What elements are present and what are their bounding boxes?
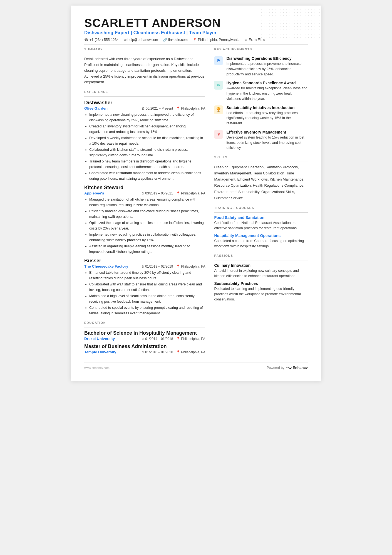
achievement-4: ♥ Effective Inventory Management Develop… [214, 130, 308, 151]
job-3-location: 📍 Philadelphia, PA [176, 265, 205, 268]
calendar-icon-4: 🗓 [141, 337, 144, 341]
training-2-title: Hospitality Management Operations [214, 233, 308, 238]
achievement-4-title: Effective Inventory Management [226, 130, 308, 134]
passion-1-desc: An avid interest in exploring new culina… [214, 268, 308, 279]
achievement-1: ⚑ Dishwashing Operations Efficiency Impl… [214, 56, 308, 77]
achievement-4-desc: Developed system leading to 15% reductio… [226, 135, 308, 151]
phone-icon: ☎ [84, 38, 88, 42]
location-text: Philadelphia, Pennsylvania [198, 38, 239, 42]
list-item: Assisted in organizing deep-cleaning ses… [89, 243, 205, 255]
list-item: Efficiently handled dishware and cookwar… [89, 208, 205, 219]
edu-2-date-loc: 🗓 01/2018 – 01/2020 📍 Philadelphia, PA [141, 350, 205, 354]
job-2-title: Kitchen Steward [84, 185, 205, 191]
edu-1-school: Drexel University [84, 337, 115, 341]
footer-url: www.enhancv.com [84, 366, 110, 369]
contact-linkedin: 🔗 linkedin.com [163, 38, 187, 42]
passions-section-title: PASSIONS [214, 254, 308, 257]
job-1-title: Dishwasher [84, 100, 205, 106]
list-item: Implemented a new cleaning process that … [89, 112, 205, 123]
achievements-section-title: KEY ACHIEVEMENTS [214, 48, 308, 51]
calendar-icon-3: 🗓 [141, 265, 144, 268]
flag-icon: ⚑ [217, 58, 220, 63]
achievement-2-title: Hygiene Standards Excellence Award [226, 81, 308, 85]
job-1: Dishwasher Olive Garden 🗓 06/2021 – Pres… [84, 100, 205, 181]
education-divider [84, 327, 205, 327]
list-item: Optimized the usage of cleaning supplies… [89, 220, 205, 231]
achievement-3-desc: Led efforts introducing new recycling pr… [226, 110, 308, 126]
skills-divider [214, 162, 308, 162]
achievement-1-icon-wrap: ⚑ [214, 56, 223, 65]
edu-2-location: 📍 Philadelphia, PA [176, 350, 205, 354]
achievement-4-icon-wrap: ♥ [214, 130, 223, 139]
training-1-title: Food Safety and Sanitation [214, 215, 308, 220]
job-3: Busser The Cheesecake Factory 🗓 01/2018 … [84, 258, 205, 316]
list-item: Contributed to special events by ensurin… [89, 305, 205, 316]
list-item: Enhanced table turnaround time by 20% by… [89, 270, 205, 281]
achievement-2-content: Hygiene Standards Excellence Award Award… [226, 81, 308, 101]
training-section-title: TRAINING / COURSES [214, 206, 308, 209]
training-2-desc: Completed a course from Coursera focusin… [214, 238, 308, 249]
resume-container: SCARLETT ANDERSON Dishwashing Expert | C… [71, 6, 321, 381]
powered-by-text: Powered by [267, 366, 284, 370]
trophy-icon: 🏆 [216, 107, 221, 112]
star-icon: ☆ [244, 38, 247, 42]
calendar-icon-5: 🗓 [141, 351, 144, 354]
contact-phone: ☎ +1-(234)-555-1234 [84, 38, 119, 42]
job-1-date-loc: 🗓 06/2021 – Present 📍 Philadelphia, PA [142, 107, 205, 110]
job-2-date-loc: 🗓 03/2019 – 05/2021 📍 Philadelphia, PA [141, 191, 205, 195]
education-section-title: EDUCATION [84, 321, 205, 324]
contact-row: ☎ +1-(234)-555-1234 ✉ help@enhancv.com 🔗… [84, 38, 308, 42]
candidate-tagline: Dishwashing Expert | Cleanliness Enthusi… [84, 30, 308, 36]
extra-text: Extra Field [249, 38, 265, 42]
passions-divider [214, 260, 308, 260]
candidate-name: SCARLETT ANDERSON [84, 17, 308, 29]
resume-header: SCARLETT ANDERSON Dishwashing Expert | C… [84, 17, 308, 42]
job-3-title: Busser [84, 258, 205, 264]
skills-text: Cleaning Equipment Operation, Sanitation… [214, 164, 308, 201]
calendar-icon-1: 🗓 [142, 107, 145, 110]
job-2: Kitchen Steward Applebee's 🗓 03/2019 – 0… [84, 185, 205, 255]
left-column: SUMMARY Detail-oriented with over three … [84, 48, 205, 354]
job-2-meta: Applebee's 🗓 03/2019 – 05/2021 📍 Philade… [84, 191, 205, 195]
email-text: help@enhancv.com [128, 38, 158, 42]
list-item: Managed the sanitation of all kitchen ar… [89, 197, 205, 208]
pin-icon-1: 📍 [176, 107, 180, 110]
linkedin-icon: 🔗 [163, 38, 167, 42]
pin-icon-5: 📍 [176, 350, 180, 354]
edu-1-location: 📍 Philadelphia, PA [176, 337, 205, 341]
summary-section-title: SUMMARY [84, 48, 205, 51]
heart-icon: ♥ [217, 132, 220, 137]
resume-footer: www.enhancv.com Powered by Enhancv [84, 362, 308, 370]
achievement-1-title: Dishwashing Operations Efficiency [226, 56, 308, 61]
list-item: Maintained a high level of cleanliness i… [89, 293, 205, 304]
contact-email: ✉ help@enhancv.com [124, 38, 158, 42]
passion-1: Culinary Innovation An avid interest in … [214, 263, 308, 279]
edu-2-school: Temple University [84, 350, 116, 354]
enhancv-logo: Enhancv [286, 366, 308, 370]
achievement-2-desc: Awarded for maintaining exceptional clea… [226, 86, 308, 101]
summary-text: Detail-oriented with over three years of… [84, 56, 205, 85]
passion-2-title: Sustainability Practices [214, 281, 308, 286]
edu-2: Master of Business Administration Temple… [84, 344, 205, 354]
achievement-4-content: Effective Inventory Management Developed… [226, 130, 308, 151]
achievement-1-desc: Implemented a process improvement to inc… [226, 61, 308, 77]
edu-1: Bachelor of Science in Hospitality Manag… [84, 330, 205, 341]
job-1-meta: Olive Garden 🗓 06/2021 – Present 📍 Phila… [84, 106, 205, 110]
list-item: Created an inventory system for kitchen … [89, 124, 205, 135]
header-divider [84, 45, 308, 45]
phone-text: +1-(234)-555-1234 [90, 38, 119, 42]
job-1-company: Olive Garden [84, 106, 108, 110]
achievements-divider [214, 54, 308, 54]
job-1-location: 📍 Philadelphia, PA [176, 107, 205, 110]
edu-1-date-loc: 🗓 01/2014 – 01/2018 📍 Philadelphia, PA [141, 337, 205, 341]
training-1-desc: Certification from National Restaurant A… [214, 220, 308, 231]
passion-2-desc: Dedicated to learning and implementing e… [214, 286, 308, 302]
contact-extra: ☆ Extra Field [244, 38, 265, 42]
achievement-2-icon-wrap: ✏ [214, 81, 223, 90]
passion-2: Sustainability Practices Dedicated to le… [214, 281, 308, 302]
passion-1-title: Culinary Innovation [214, 263, 308, 268]
linkedin-text: linkedin.com [168, 38, 187, 42]
job-3-date-loc: 🗓 01/2018 – 02/2019 📍 Philadelphia, PA [141, 265, 205, 268]
contact-location: 📍 Philadelphia, Pennsylvania [193, 38, 239, 42]
job-3-company: The Cheesecake Factory [84, 264, 128, 268]
